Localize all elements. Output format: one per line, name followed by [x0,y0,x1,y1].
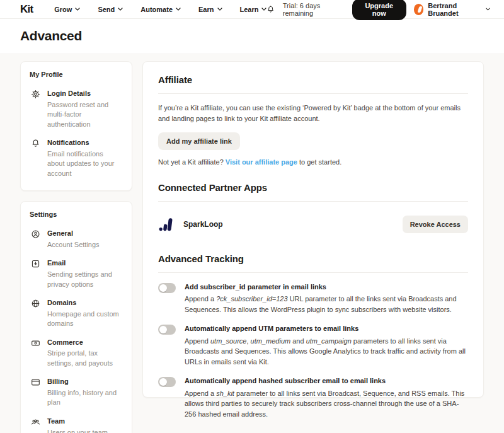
nav-item-label: Send [98,6,115,13]
chevron-down-icon [261,8,266,11]
sidebar-item-title: Email [47,258,122,268]
sidebar-item-desc: Password reset and multi-factor authenti… [47,100,122,129]
sidebar-item-title: Notifications [47,138,122,147]
affiliate-heading: Affiliate [158,74,468,85]
sidebar-item-desc: Stripe portal, tax settings, and payouts [47,349,122,368]
notifications-bell-icon[interactable] [266,4,275,14]
add-affiliate-link-button[interactable]: Add my affiliate link [158,132,240,150]
sidebar-item-title: Commerce [47,338,122,347]
divider [158,93,468,94]
sidebar-item-title: General [47,229,100,238]
chevron-down-icon [217,8,222,11]
settings-card: Settings General Account Settings Email … [20,201,132,433]
settings-sidebar: My Profile Login Details Password reset … [20,61,132,433]
sidebar-item-title: Billing [47,377,122,386]
toggle-row-subscriber-id: Add subscriber_id parameter in email lin… [158,282,468,315]
advanced-settings-panel: Affiliate If you’re a Kit affiliate, you… [142,61,484,398]
toggle-title: Add subscriber_id parameter in email lin… [185,282,468,292]
toggle-text: Add subscriber_id parameter in email lin… [185,282,468,315]
affiliate-note-prefix: Not yet a Kit affiliate? [158,158,226,166]
nav-item-label: Learn [240,6,259,13]
sidebar-item-title: Login Details [47,89,122,98]
sidebar-item-text: Domains Homepage and custom domains [47,298,122,329]
partner-app-row: SparkLoop Revoke Access [158,214,468,237]
gear-icon [31,89,40,99]
topbar-right: Trial: 6 days remaining Upgrade now Bert… [266,0,490,20]
sidebar-item-commerce[interactable]: Commerce Stripe portal, tax settings, an… [27,333,125,373]
chevron-down-icon [118,8,123,11]
subscriber-id-toggle[interactable] [158,283,176,293]
my-profile-card: My Profile Login Details Password reset … [20,61,132,191]
page-header: Advanced [0,19,504,54]
toggle-text: Automatically append hashed subscriber e… [185,376,468,419]
sidebar-item-general[interactable]: General Account Settings [27,224,125,254]
affiliate-description: If you’re a Kit affiliate, you can use t… [158,103,468,124]
sidebar-item-team[interactable]: Team Users on your team [27,412,125,433]
sidebar-item-domains[interactable]: Domains Homepage and custom domains [27,294,125,333]
toggle-description: Append a ?ck_subscriber_id=123 URL param… [185,294,468,315]
avatar [414,4,424,15]
toggle-title: Automatically append hashed subscriber e… [185,376,468,386]
sidebar-item-email[interactable]: Email Sending settings and privacy optio… [27,254,125,294]
chevron-down-icon [176,8,181,11]
nav-item-learn[interactable]: Learn [240,6,267,13]
team-icon [31,417,40,427]
banknote-icon [31,338,40,348]
sidebar-item-billing[interactable]: Billing Billing info, history and plan [27,372,125,412]
sidebar-item-text: Login Details Password reset and multi-f… [47,89,122,129]
nav-item-grow[interactable]: Grow [54,6,80,13]
affiliate-note: Not yet a Kit affiliate? Visit our affil… [158,158,468,166]
hashed-email-toggle[interactable] [158,377,176,387]
sidebar-item-text: Email Sending settings and privacy optio… [47,258,122,289]
content-area: My Profile Login Details Password reset … [0,54,504,433]
sidebar-item-desc: Email notifications about updates to you… [47,149,122,178]
kit-logo[interactable]: Kit [20,3,33,16]
chevron-down-icon [75,8,80,11]
credit-card-icon [31,378,40,387]
toggle-row-hashed-email: Automatically append hashed subscriber e… [158,376,468,419]
page-title: Advanced [20,28,484,43]
nav-item-label: Earn [198,6,214,13]
primary-nav: Grow Send Automate Earn Learn [54,6,266,13]
nav-item-automate[interactable]: Automate [140,6,181,13]
sidebar-item-text: Commerce Stripe portal, tax settings, an… [47,338,122,369]
affiliate-note-suffix: to get started. [297,158,341,166]
sidebar-item-desc: Sending settings and privacy options [47,270,122,289]
chevron-down-icon [486,8,490,11]
user-circle-icon [31,229,40,239]
globe-icon [31,299,40,308]
sparkloop-logo [158,216,175,233]
toggle-row-utm-parameters: Automatically append UTM parameters to e… [158,324,468,367]
sidebar-item-text: Team Users on your team [47,417,108,433]
utm-parameters-toggle[interactable] [158,325,176,335]
sidebar-item-login-details[interactable]: Login Details Password reset and multi-f… [27,84,125,134]
toggle-title: Automatically append UTM parameters to e… [185,324,468,333]
toggle-text: Automatically append UTM parameters to e… [185,324,468,367]
nav-item-earn[interactable]: Earn [198,6,222,13]
nav-item-send[interactable]: Send [98,6,123,13]
sidebar-item-text: Notifications Email notifications about … [47,138,122,178]
email-icon [31,259,40,268]
advanced-tracking-heading: Advanced Tracking [158,253,468,264]
sidebar-item-notifications[interactable]: Notifications Email notifications about … [27,134,125,183]
partner-app-name: SparkLoop [183,220,223,229]
nav-item-label: Grow [54,6,72,13]
sidebar-item-title: Team [47,417,108,426]
divider [158,201,468,202]
top-nav-bar: Kit Grow Send Automate Earn Learn Trial:… [0,0,504,19]
revoke-access-button[interactable]: Revoke Access [403,216,468,233]
toggle-description: Append a sh_kit parameter to all links s… [185,388,468,420]
divider [158,272,468,273]
user-name: Bertrand Bruandet [428,2,481,17]
sidebar-item-text: Billing Billing info, history and plan [47,377,122,408]
sidebar-item-desc: Homepage and custom domains [47,309,122,329]
sidebar-item-title: Domains [47,298,122,308]
trial-status-text: Trial: 6 days remaining [283,2,345,17]
sidebar-item-desc: Account Settings [47,240,100,250]
partner-apps-heading: Connected Partner Apps [158,182,468,193]
upgrade-now-button[interactable]: Upgrade now [352,0,406,20]
affiliate-page-link[interactable]: Visit our affiliate page [226,158,297,166]
bell-icon [31,139,40,148]
sidebar-item-desc: Users on your team [47,428,108,433]
account-menu[interactable]: Bertrand Bruandet [414,2,490,17]
